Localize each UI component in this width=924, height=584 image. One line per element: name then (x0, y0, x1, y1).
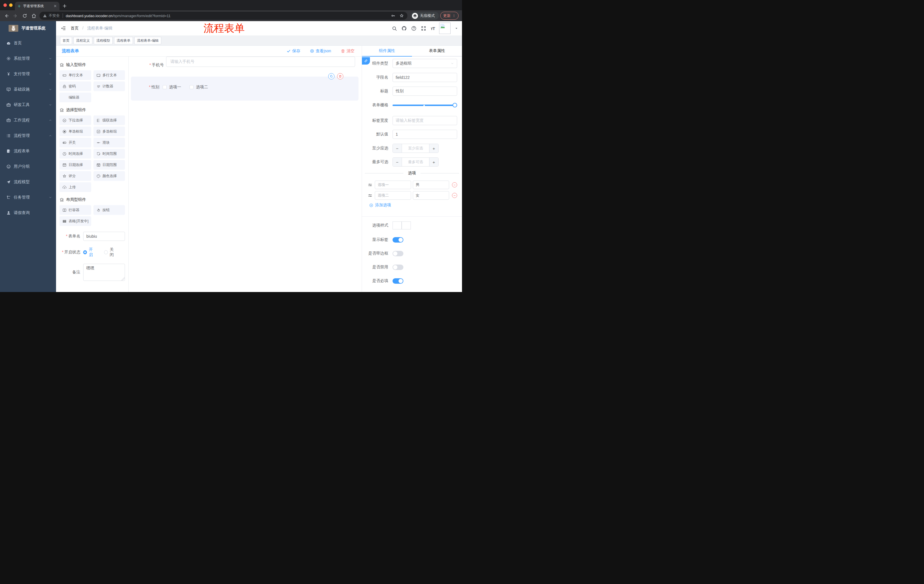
phone-field-input[interactable]: 请输入手机号 (166, 57, 355, 67)
palette-component-item[interactable]: 上传 (59, 182, 91, 192)
sidebar-menu-item[interactable]: 支付管理 (0, 66, 56, 82)
option-style-button[interactable] (393, 221, 402, 229)
palette-component-item[interactable]: 123 计数器 (94, 81, 125, 91)
toggle-switch[interactable] (393, 237, 403, 243)
default-value-input[interactable]: 1 (393, 130, 457, 139)
fullscreen-icon[interactable] (421, 26, 426, 31)
toggle-switch[interactable] (393, 278, 403, 284)
security-label[interactable]: 不安全 (49, 13, 60, 18)
add-option-button[interactable]: 添加选项 (369, 202, 391, 208)
palette-component-item[interactable]: 日期选择 (59, 160, 91, 170)
tags-view-tab[interactable]: 首页 (60, 37, 72, 44)
sidebar-menu-item[interactable]: 用户分组 (0, 159, 56, 174)
tab-form-props[interactable]: 表单属性 (412, 46, 462, 57)
option-value-input[interactable]: 女 (413, 191, 449, 200)
tags-view-tab[interactable]: 流程模型 (94, 37, 113, 44)
slider-handle[interactable] (452, 103, 457, 107)
palette-component-item[interactable]: 单选框组 (59, 127, 91, 136)
bookmark-star-icon[interactable] (399, 13, 404, 18)
palette-component-item[interactable]: 滑块 (94, 138, 125, 147)
address-bar[interactable]: 不安全 dashboard.yudao.iocoder.cn/bpm/manag… (40, 12, 408, 20)
palette-component-item[interactable]: 按钮 (94, 205, 125, 215)
sidebar-menu-item[interactable]: 流程管理 (0, 128, 56, 143)
palette-component-item[interactable]: 评分 (59, 171, 91, 181)
component-type-select[interactable]: 多选框组 (393, 59, 457, 68)
palette-component-item[interactable]: 表格[开发中] (59, 216, 91, 226)
github-icon[interactable] (401, 26, 407, 31)
palette-component-item[interactable]: 时间范围 (94, 149, 125, 159)
font-size-icon[interactable]: тT (431, 26, 435, 31)
search-icon[interactable] (392, 26, 397, 31)
browser-tab[interactable]: 芋道管理系统 (15, 2, 59, 10)
avatar-caret-icon[interactable] (455, 27, 458, 30)
help-icon[interactable] (411, 26, 417, 31)
title-input[interactable]: 性别 (393, 87, 457, 96)
field-name-input[interactable]: field122 (393, 73, 457, 82)
save-button[interactable]: 保存 (287, 49, 300, 54)
sidebar-menu-item[interactable]: 任务管理 (0, 190, 56, 205)
sidebar-menu-item[interactable]: 流程模型 (0, 174, 56, 190)
palette-component-item[interactable]: 开关 (59, 138, 91, 147)
tags-view-tab[interactable]: 流程表单-编辑 (134, 37, 161, 44)
copy-component-button[interactable] (328, 73, 335, 79)
stepper-plus-button[interactable]: + (429, 144, 438, 153)
chrome-update-button[interactable]: 更新 (440, 12, 459, 20)
palette-component-item[interactable]: 密码 (59, 81, 91, 91)
stepper-minus-button[interactable]: − (393, 144, 402, 153)
design-canvas[interactable]: *手机号 请输入手机号 *性别 选项一 选项二 (129, 57, 361, 292)
toggle-switch[interactable] (393, 251, 403, 256)
browser-menu-icon[interactable] (452, 14, 456, 17)
new-tab-button[interactable] (62, 3, 68, 9)
form-remark-textarea[interactable]: 嘿嘿 (83, 264, 125, 281)
password-manager-icon[interactable] (391, 13, 395, 18)
grid-slider[interactable] (393, 103, 457, 107)
palette-component-item[interactable]: 时间选择 (59, 149, 91, 159)
palette-component-item[interactable]: 颜色选择 (94, 171, 125, 181)
drag-handle-icon[interactable] (368, 183, 373, 188)
status-off-radio[interactable]: 关闭 (104, 247, 117, 257)
palette-component-item[interactable]: 单行文本 (59, 70, 91, 80)
sidebar-menu-item[interactable]: 流程表单 (0, 143, 56, 159)
palette-component-item[interactable]: 级联选择 (94, 115, 125, 125)
status-on-radio[interactable]: 开启 (83, 247, 96, 257)
form-name-input[interactable]: biubiu (83, 232, 125, 241)
min-select-input[interactable]: 至少应选 (402, 144, 429, 153)
sidebar-menu-item[interactable]: 工作流程 (0, 113, 56, 128)
sidebar-menu-item[interactable]: 研发工具 (0, 97, 56, 113)
breadcrumb-home[interactable]: 首页 (71, 26, 79, 30)
home-button[interactable] (31, 13, 36, 18)
palette-component-item[interactable]: 多选框组 (94, 127, 125, 136)
sidebar-collapse-button[interactable] (61, 26, 66, 31)
palette-component-item[interactable]: 日期范围 (94, 160, 125, 170)
stepper-minus-button[interactable]: − (393, 158, 402, 166)
remove-option-button[interactable]: − (452, 193, 457, 198)
gender-option2-checkbox[interactable]: 选项二 (190, 85, 208, 90)
tab-close-icon[interactable] (53, 4, 57, 8)
palette-component-item[interactable]: 多行文本 (94, 70, 125, 80)
tags-view-tab[interactable]: 流程定义 (73, 37, 92, 44)
option-value-input[interactable]: 男 (413, 181, 449, 189)
palette-component-item[interactable]: 行容器 (59, 205, 91, 215)
option-label-input[interactable]: 选项一 (375, 181, 411, 189)
max-select-input[interactable]: 最多可选 (402, 158, 429, 166)
stepper-plus-button[interactable]: + (429, 158, 438, 166)
delete-component-button[interactable] (337, 73, 343, 79)
drag-handle-icon[interactable] (368, 193, 373, 198)
label-width-input[interactable]: 请输入标签宽度 (393, 116, 457, 125)
reload-button[interactable] (22, 13, 28, 18)
palette-component-item[interactable]: 编辑器 (59, 92, 91, 102)
selected-component-gender[interactable]: *性别 选项一 选项二 (131, 77, 358, 100)
sidebar-menu-item[interactable]: 首页 (0, 35, 56, 51)
tab-component-props[interactable]: 组件属性 (362, 46, 412, 57)
palette-component-item[interactable]: 下拉选择 (59, 115, 91, 125)
remove-option-button[interactable]: − (452, 182, 457, 188)
sidebar-menu-item[interactable]: 系统管理 (0, 51, 56, 66)
gender-option1-checkbox[interactable]: 选项一 (163, 85, 181, 90)
close-window-button[interactable] (3, 3, 7, 7)
tags-view-tab[interactable]: 流程表单 (114, 37, 133, 44)
toggle-switch[interactable] (393, 265, 403, 270)
clear-button[interactable]: 清空 (341, 49, 355, 54)
avatar[interactable] (439, 23, 450, 34)
forward-button[interactable] (13, 13, 18, 18)
option-style-button[interactable] (402, 221, 411, 229)
